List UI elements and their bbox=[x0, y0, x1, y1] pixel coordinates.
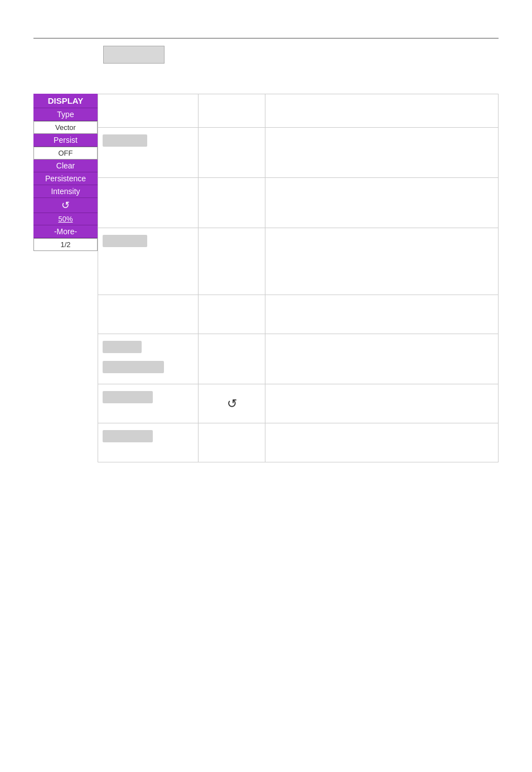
sidebar-item-off[interactable]: OFF bbox=[33, 147, 98, 160]
grid-cell bbox=[98, 295, 199, 334]
table-row bbox=[98, 423, 499, 462]
table-row: ↺ bbox=[98, 384, 499, 423]
sidebar-item-more[interactable]: -More- bbox=[33, 225, 98, 238]
grid-cell bbox=[265, 384, 499, 423]
sidebar-item-clear[interactable]: Clear bbox=[33, 160, 98, 172]
sidebar-item-persistence[interactable]: Persistence bbox=[33, 172, 98, 185]
sidebar-menu: DISPLAY Type Vector Persist OFF Clear Pe… bbox=[33, 94, 98, 251]
grid-cell bbox=[98, 128, 199, 178]
grid-cell bbox=[98, 178, 199, 228]
sidebar-item-type[interactable]: Type bbox=[33, 108, 98, 121]
grid-cell bbox=[98, 384, 199, 423]
grid-cell bbox=[265, 178, 499, 228]
table-row bbox=[98, 228, 499, 295]
grid-cell bbox=[199, 128, 265, 178]
sidebar-item-display[interactable]: DISPLAY bbox=[33, 94, 98, 108]
cell-placeholder bbox=[103, 341, 142, 353]
top-button[interactable] bbox=[103, 46, 165, 64]
table-row bbox=[98, 94, 499, 128]
grid-cell bbox=[199, 228, 265, 295]
grid-cell bbox=[98, 334, 199, 384]
grid-table: ↺ bbox=[98, 94, 499, 462]
top-divider bbox=[33, 38, 499, 38]
reset-icon: ↺ bbox=[61, 200, 70, 211]
sidebar-item-vector[interactable]: Vector bbox=[33, 121, 98, 134]
table-row bbox=[98, 334, 499, 384]
sidebar-item-persist[interactable]: Persist bbox=[33, 134, 98, 147]
grid-cell bbox=[265, 228, 499, 295]
grid-cell bbox=[199, 178, 265, 228]
table-row bbox=[98, 178, 499, 228]
cell-placeholder bbox=[103, 430, 153, 442]
sidebar-item-reset-icon[interactable]: ↺ bbox=[33, 198, 98, 213]
table-row bbox=[98, 128, 499, 178]
grid-cell bbox=[265, 334, 499, 384]
grid-cell bbox=[199, 94, 265, 128]
grid-cell bbox=[265, 295, 499, 334]
grid-cell bbox=[265, 128, 499, 178]
reset-symbol[interactable]: ↺ bbox=[203, 389, 260, 418]
grid-cell bbox=[265, 423, 499, 462]
cell-placeholder bbox=[103, 361, 164, 373]
grid-cell bbox=[199, 334, 265, 384]
grid-cell bbox=[98, 228, 199, 295]
grid-cell bbox=[98, 94, 199, 128]
table-row bbox=[98, 295, 499, 334]
main-grid: ↺ bbox=[98, 94, 499, 462]
grid-cell: ↺ bbox=[199, 384, 265, 423]
sidebar-item-page[interactable]: 1/2 bbox=[33, 238, 98, 251]
cell-placeholder bbox=[103, 391, 153, 403]
grid-cell bbox=[265, 94, 499, 128]
sidebar-item-intensity[interactable]: Intensity bbox=[33, 185, 98, 198]
sidebar-item-50pct[interactable]: 50% bbox=[33, 213, 98, 225]
grid-cell bbox=[98, 423, 199, 462]
grid-cell bbox=[199, 423, 265, 462]
cell-placeholder bbox=[103, 134, 147, 147]
grid-cell bbox=[199, 295, 265, 334]
cell-placeholder bbox=[103, 235, 147, 247]
